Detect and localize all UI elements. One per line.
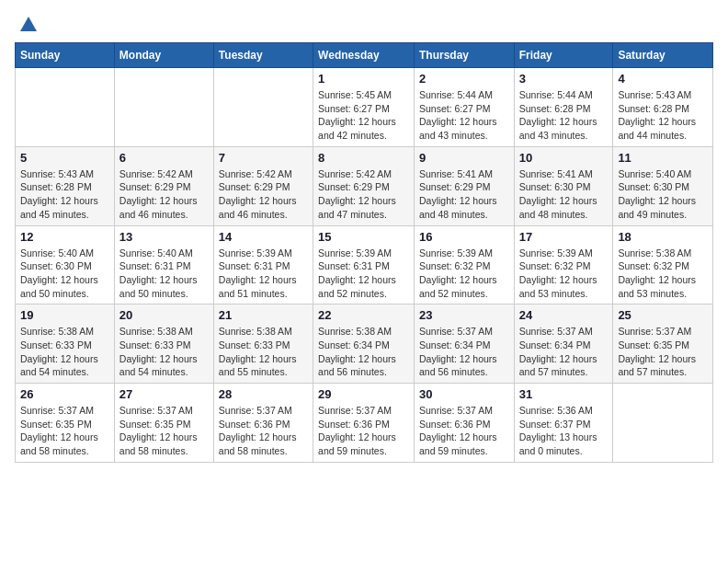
calendar-cell: 2Sunrise: 5:44 AMSunset: 6:27 PMDaylight… bbox=[414, 68, 514, 147]
day-info: Sunrise: 5:44 AMSunset: 6:28 PMDaylight:… bbox=[519, 88, 609, 143]
day-number: 21 bbox=[219, 308, 308, 322]
day-info: Sunrise: 5:40 AMSunset: 6:30 PMDaylight:… bbox=[20, 247, 109, 301]
day-info: Sunrise: 5:38 AMSunset: 6:32 PMDaylight:… bbox=[618, 247, 708, 301]
calendar-cell: 25Sunrise: 5:37 AMSunset: 6:35 PMDayligh… bbox=[613, 304, 713, 384]
day-info: Sunrise: 5:44 AMSunset: 6:27 PMDaylight:… bbox=[419, 88, 509, 143]
calendar-cell: 14Sunrise: 5:39 AMSunset: 6:31 PMDayligh… bbox=[213, 225, 313, 304]
day-number: 12 bbox=[20, 230, 109, 244]
day-info: Sunrise: 5:38 AMSunset: 6:33 PMDaylight:… bbox=[20, 325, 109, 379]
calendar-cell: 7Sunrise: 5:42 AMSunset: 6:29 PMDaylight… bbox=[213, 146, 313, 225]
calendar-cell: 26Sunrise: 5:37 AMSunset: 6:35 PMDayligh… bbox=[16, 384, 115, 463]
calendar-cell: 4Sunrise: 5:43 AMSunset: 6:28 PMDaylight… bbox=[613, 68, 713, 147]
calendar-cell: 31Sunrise: 5:36 AMSunset: 6:37 PMDayligh… bbox=[514, 384, 613, 463]
day-info: Sunrise: 5:45 AMSunset: 6:27 PMDaylight:… bbox=[318, 88, 409, 143]
day-number: 17 bbox=[519, 230, 609, 244]
calendar-cell: 8Sunrise: 5:42 AMSunset: 6:29 PMDaylight… bbox=[313, 146, 415, 225]
day-info: Sunrise: 5:37 AMSunset: 6:36 PMDaylight:… bbox=[419, 404, 509, 458]
calendar-cell: 22Sunrise: 5:38 AMSunset: 6:34 PMDayligh… bbox=[313, 304, 415, 384]
day-info: Sunrise: 5:41 AMSunset: 6:29 PMDaylight:… bbox=[419, 167, 509, 222]
day-number: 24 bbox=[519, 308, 609, 322]
day-info: Sunrise: 5:38 AMSunset: 6:34 PMDaylight:… bbox=[318, 325, 409, 379]
day-info: Sunrise: 5:37 AMSunset: 6:34 PMDaylight:… bbox=[519, 325, 609, 379]
day-info: Sunrise: 5:37 AMSunset: 6:35 PMDaylight:… bbox=[119, 404, 209, 458]
svg-marker-0 bbox=[20, 17, 37, 31]
day-info: Sunrise: 5:43 AMSunset: 6:28 PMDaylight:… bbox=[20, 167, 109, 222]
day-info: Sunrise: 5:37 AMSunset: 6:35 PMDaylight:… bbox=[20, 404, 109, 458]
day-number: 23 bbox=[419, 308, 509, 322]
calendar-cell: 29Sunrise: 5:37 AMSunset: 6:36 PMDayligh… bbox=[313, 384, 415, 463]
calendar-cell: 30Sunrise: 5:37 AMSunset: 6:36 PMDayligh… bbox=[414, 384, 514, 463]
day-number: 6 bbox=[119, 151, 209, 165]
calendar-cell: 12Sunrise: 5:40 AMSunset: 6:30 PMDayligh… bbox=[16, 225, 115, 304]
weekday-header-tuesday: Tuesday bbox=[213, 43, 313, 68]
day-number: 19 bbox=[20, 308, 109, 322]
weekday-header-sunday: Sunday bbox=[16, 43, 115, 68]
day-number: 27 bbox=[119, 387, 209, 401]
calendar-cell: 11Sunrise: 5:40 AMSunset: 6:30 PMDayligh… bbox=[613, 146, 713, 225]
day-info: Sunrise: 5:38 AMSunset: 6:33 PMDaylight:… bbox=[119, 325, 209, 379]
day-number: 25 bbox=[618, 308, 708, 322]
weekday-header-friday: Friday bbox=[514, 43, 613, 68]
day-number: 16 bbox=[419, 230, 509, 244]
day-info: Sunrise: 5:41 AMSunset: 6:30 PMDaylight:… bbox=[519, 167, 609, 222]
day-info: Sunrise: 5:39 AMSunset: 6:32 PMDaylight:… bbox=[519, 247, 609, 301]
day-number: 13 bbox=[119, 230, 209, 244]
calendar-cell: 20Sunrise: 5:38 AMSunset: 6:33 PMDayligh… bbox=[114, 304, 213, 384]
page-header bbox=[15, 15, 713, 35]
day-number: 7 bbox=[219, 151, 308, 165]
day-number: 8 bbox=[318, 151, 409, 165]
day-number: 28 bbox=[219, 387, 308, 401]
calendar-cell: 19Sunrise: 5:38 AMSunset: 6:33 PMDayligh… bbox=[16, 304, 115, 384]
day-number: 14 bbox=[219, 230, 308, 244]
logo bbox=[15, 15, 39, 35]
calendar-cell: 28Sunrise: 5:37 AMSunset: 6:36 PMDayligh… bbox=[213, 384, 313, 463]
day-info: Sunrise: 5:40 AMSunset: 6:31 PMDaylight:… bbox=[119, 247, 209, 301]
calendar-cell: 15Sunrise: 5:39 AMSunset: 6:31 PMDayligh… bbox=[313, 225, 415, 304]
calendar-cell bbox=[213, 68, 313, 147]
day-info: Sunrise: 5:37 AMSunset: 6:36 PMDaylight:… bbox=[219, 404, 308, 458]
calendar-table: SundayMondayTuesdayWednesdayThursdayFrid… bbox=[15, 42, 713, 463]
logo-icon bbox=[18, 15, 39, 35]
day-number: 29 bbox=[318, 387, 409, 401]
weekday-header-wednesday: Wednesday bbox=[313, 43, 415, 68]
day-number: 11 bbox=[618, 151, 708, 165]
calendar-cell bbox=[16, 68, 115, 147]
calendar-cell: 17Sunrise: 5:39 AMSunset: 6:32 PMDayligh… bbox=[514, 225, 613, 304]
calendar-cell: 6Sunrise: 5:42 AMSunset: 6:29 PMDaylight… bbox=[114, 146, 213, 225]
day-info: Sunrise: 5:36 AMSunset: 6:37 PMDaylight:… bbox=[519, 404, 609, 458]
day-number: 22 bbox=[318, 308, 409, 322]
day-number: 18 bbox=[618, 230, 708, 244]
day-number: 3 bbox=[519, 72, 609, 86]
day-number: 4 bbox=[618, 72, 708, 86]
calendar-cell: 5Sunrise: 5:43 AMSunset: 6:28 PMDaylight… bbox=[16, 146, 115, 225]
day-number: 31 bbox=[519, 387, 609, 401]
calendar-cell: 24Sunrise: 5:37 AMSunset: 6:34 PMDayligh… bbox=[514, 304, 613, 384]
day-number: 26 bbox=[20, 387, 109, 401]
day-number: 5 bbox=[20, 151, 109, 165]
day-info: Sunrise: 5:37 AMSunset: 6:34 PMDaylight:… bbox=[419, 325, 509, 379]
calendar-cell: 3Sunrise: 5:44 AMSunset: 6:28 PMDaylight… bbox=[514, 68, 613, 147]
day-info: Sunrise: 5:39 AMSunset: 6:32 PMDaylight:… bbox=[419, 247, 509, 301]
day-number: 1 bbox=[318, 72, 409, 86]
day-info: Sunrise: 5:42 AMSunset: 6:29 PMDaylight:… bbox=[119, 167, 209, 222]
calendar-cell: 13Sunrise: 5:40 AMSunset: 6:31 PMDayligh… bbox=[114, 225, 213, 304]
day-number: 9 bbox=[419, 151, 509, 165]
calendar-cell: 18Sunrise: 5:38 AMSunset: 6:32 PMDayligh… bbox=[613, 225, 713, 304]
calendar-cell bbox=[114, 68, 213, 147]
day-info: Sunrise: 5:39 AMSunset: 6:31 PMDaylight:… bbox=[219, 247, 308, 301]
calendar-cell: 16Sunrise: 5:39 AMSunset: 6:32 PMDayligh… bbox=[414, 225, 514, 304]
calendar-cell: 21Sunrise: 5:38 AMSunset: 6:33 PMDayligh… bbox=[213, 304, 313, 384]
calendar-cell: 1Sunrise: 5:45 AMSunset: 6:27 PMDaylight… bbox=[313, 68, 415, 147]
day-number: 30 bbox=[419, 387, 509, 401]
weekday-header-thursday: Thursday bbox=[414, 43, 514, 68]
day-number: 15 bbox=[318, 230, 409, 244]
day-number: 20 bbox=[119, 308, 209, 322]
day-info: Sunrise: 5:40 AMSunset: 6:30 PMDaylight:… bbox=[618, 167, 708, 222]
calendar-cell: 10Sunrise: 5:41 AMSunset: 6:30 PMDayligh… bbox=[514, 146, 613, 225]
calendar-cell: 27Sunrise: 5:37 AMSunset: 6:35 PMDayligh… bbox=[114, 384, 213, 463]
day-number: 2 bbox=[419, 72, 509, 86]
calendar-cell bbox=[613, 384, 713, 463]
calendar-cell: 9Sunrise: 5:41 AMSunset: 6:29 PMDaylight… bbox=[414, 146, 514, 225]
day-number: 10 bbox=[519, 151, 609, 165]
day-info: Sunrise: 5:42 AMSunset: 6:29 PMDaylight:… bbox=[318, 167, 409, 222]
